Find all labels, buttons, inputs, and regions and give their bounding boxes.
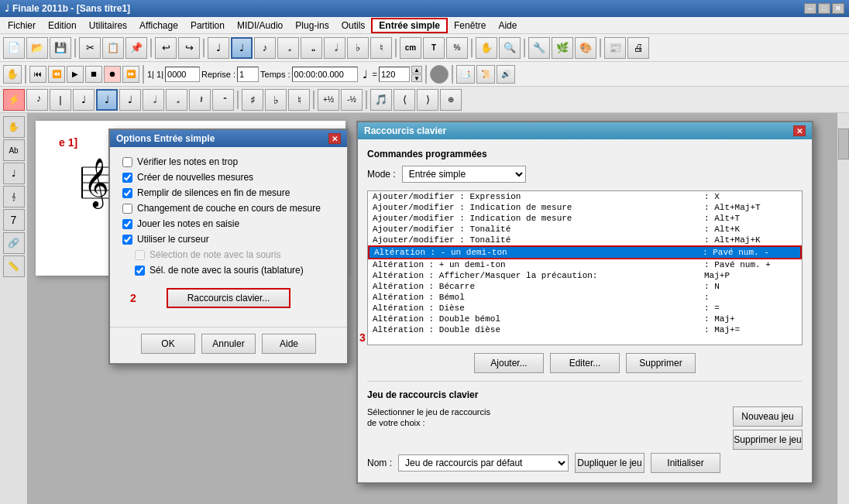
menu-fenetre[interactable]: Fenêtre xyxy=(448,18,492,33)
tempo-input[interactable] xyxy=(379,67,410,82)
cmd-row-1[interactable]: Ajouter/modifier : Indication de mesure … xyxy=(368,202,802,213)
tb-ni-extra3[interactable]: ⟩ xyxy=(417,89,438,111)
cb-remplir[interactable] xyxy=(122,188,132,198)
tb-ni-4[interactable]: ♩ xyxy=(73,89,95,111)
tb-cursor[interactable]: ✋ xyxy=(476,37,497,59)
tb-print[interactable]: 🖨 xyxy=(627,37,649,59)
tb-new[interactable]: 📄 xyxy=(3,37,25,59)
cmd-row-10[interactable]: Altération : Dièse : = xyxy=(368,303,802,314)
tb-ni-extra4[interactable]: ⊕ xyxy=(440,89,462,111)
tb-leaf[interactable]: 🌿 xyxy=(552,37,573,59)
keyboard-close-button[interactable]: ✕ xyxy=(793,125,806,136)
tb-ni-8[interactable]: 𝅗 xyxy=(166,89,187,111)
tb-text2[interactable]: T xyxy=(423,37,445,59)
cb-jouer[interactable] xyxy=(122,219,132,229)
tb-ni-extra1[interactable]: 🎵 xyxy=(370,89,392,111)
aide-button[interactable]: Aide xyxy=(262,334,316,354)
tb-text[interactable]: cm xyxy=(400,37,421,59)
jeu-nom-select[interactable]: Jeu de raccourcis par défaut xyxy=(398,454,569,471)
cmd-row-4[interactable]: Ajouter/modifier : Tonalité : Alt+Maj+K xyxy=(368,235,802,245)
tb-note8[interactable]: ♮ xyxy=(370,37,392,59)
tb-note2[interactable]: ♩ xyxy=(231,37,253,59)
tb-sharp[interactable]: ♯ xyxy=(242,89,263,111)
tb-minus-half[interactable]: -½ xyxy=(341,89,363,111)
cb-sel-tablature[interactable] xyxy=(135,266,145,276)
menu-partition[interactable]: Partition xyxy=(184,18,231,33)
tempo-up[interactable]: ▲ xyxy=(411,66,422,74)
close-button[interactable]: ✕ xyxy=(832,3,844,14)
tb-copy[interactable]: 📋 xyxy=(102,37,124,59)
nouveau-jeu-button[interactable]: Nouveau jeu xyxy=(733,406,803,427)
tb-cut[interactable]: ✂ xyxy=(79,37,101,59)
tb-plus-half[interactable]: +½ xyxy=(318,89,339,111)
cmd-row-11[interactable]: Altération : Double bémol : Maj+ xyxy=(368,314,802,324)
raccourcis-button[interactable]: Raccourcis clavier... xyxy=(167,288,290,308)
tb-flat[interactable]: ♭ xyxy=(265,89,287,111)
tb-ni-6[interactable]: ♩ xyxy=(119,89,141,111)
supprimer-jeu-button[interactable]: Supprimer le jeu xyxy=(733,430,803,450)
tempo-down[interactable]: ▼ xyxy=(411,74,422,82)
tb-save[interactable]: 💾 xyxy=(50,37,71,59)
tb-ni-1[interactable]: ⚡ xyxy=(3,89,25,111)
tb-ni-5[interactable]: ♩ xyxy=(96,89,118,111)
tb-ni-10[interactable]: 𝄼 xyxy=(212,89,234,111)
cb-verifier[interactable] xyxy=(122,157,132,167)
reprise-input[interactable] xyxy=(237,67,259,82)
options-close-button[interactable]: ✕ xyxy=(328,133,341,144)
initialiser-button[interactable]: Initialiser xyxy=(651,453,720,473)
ajouter-button[interactable]: Ajouter... xyxy=(474,353,544,373)
tb-circle[interactable] xyxy=(430,65,449,84)
minimize-button[interactable]: ─ xyxy=(804,3,816,14)
cmd-row-8[interactable]: Altération : Bécarre : N xyxy=(368,281,802,292)
tb-undo[interactable]: ↩ xyxy=(155,37,177,59)
menu-plugins[interactable]: Plug-ins xyxy=(289,18,335,33)
mode-select[interactable]: Entrée simple xyxy=(402,166,526,183)
menu-aide[interactable]: Aide xyxy=(492,18,523,33)
tb-skip-back[interactable]: ⏮ xyxy=(29,66,46,83)
temps-input[interactable] xyxy=(292,67,358,82)
maximize-button[interactable]: □ xyxy=(818,3,830,14)
tb-note3[interactable]: ♪ xyxy=(254,37,276,59)
tb-ni-extra2[interactable]: ⟨ xyxy=(394,89,415,111)
tb-fwd[interactable]: ⏩ xyxy=(122,66,139,83)
menu-fichier[interactable]: Fichier xyxy=(2,18,42,33)
tb-color[interactable]: 🎨 xyxy=(575,37,596,59)
annuler-button[interactable]: Annuler xyxy=(201,334,256,354)
cmd-row-9[interactable]: Altération : Bémol : xyxy=(368,292,802,303)
cmd-row-5[interactable]: 3 Altération : - un demi-ton : Pavé num.… xyxy=(368,245,802,259)
cmd-row-3[interactable]: Ajouter/modifier : Tonalité : Alt+K xyxy=(368,224,802,235)
menu-midi[interactable]: MIDI/Audio xyxy=(231,18,289,33)
tb-wrench[interactable]: 🔧 xyxy=(528,37,550,59)
tb-natural[interactable]: ♮ xyxy=(288,89,310,111)
cmd-row-6[interactable]: Altération : + un demi-ton : Pavé num. + xyxy=(368,259,802,270)
tb-back[interactable]: ⏪ xyxy=(48,66,65,83)
tb-pages[interactable]: 📑 xyxy=(456,65,475,84)
menu-affichage[interactable]: Affichage xyxy=(133,18,184,33)
tb-paste[interactable]: 📌 xyxy=(125,37,147,59)
menu-utilitaires[interactable]: Utilitaires xyxy=(83,18,133,33)
tb-record[interactable]: ⏺ xyxy=(104,66,121,83)
tb-speaker[interactable]: 🔊 xyxy=(497,65,515,84)
tb-ni-3[interactable]: | xyxy=(50,89,71,111)
tb-hand[interactable]: ✋ xyxy=(3,65,22,84)
commands-list[interactable]: Ajouter/modifier : Expression : X Ajoute… xyxy=(367,190,803,345)
menu-entree-simple[interactable]: Entrée simple xyxy=(371,18,448,33)
ok-button[interactable]: OK xyxy=(141,334,195,354)
cmd-row-2[interactable]: Ajouter/modifier : Indication de mesure … xyxy=(368,213,802,224)
tb-pct[interactable]: % xyxy=(446,37,468,59)
tb-ni-9[interactable]: 𝄽 xyxy=(189,89,211,111)
cb-changement[interactable] xyxy=(122,204,132,214)
tb-note1[interactable]: ♩ xyxy=(208,37,229,59)
tb-ni-7[interactable]: 𝅗𝅥 xyxy=(143,89,164,111)
dupliquer-button[interactable]: Dupliquer le jeu xyxy=(575,453,644,473)
cmd-row-7[interactable]: Altération : Afficher/Masquer la précaut… xyxy=(368,270,802,281)
tb-open[interactable]: 📂 xyxy=(26,37,48,59)
tb-zoom[interactable]: 🔍 xyxy=(499,37,521,59)
tb-scroll[interactable]: 📜 xyxy=(476,65,495,84)
tb-note6[interactable]: 𝅗𝅥 xyxy=(324,37,345,59)
tb-redo[interactable]: ↪ xyxy=(178,37,200,59)
tb-play[interactable]: ▶ xyxy=(67,66,84,83)
position-input[interactable] xyxy=(165,67,200,82)
title-bar-controls[interactable]: ─ □ ✕ xyxy=(804,3,844,14)
menu-outils[interactable]: Outils xyxy=(335,18,372,33)
